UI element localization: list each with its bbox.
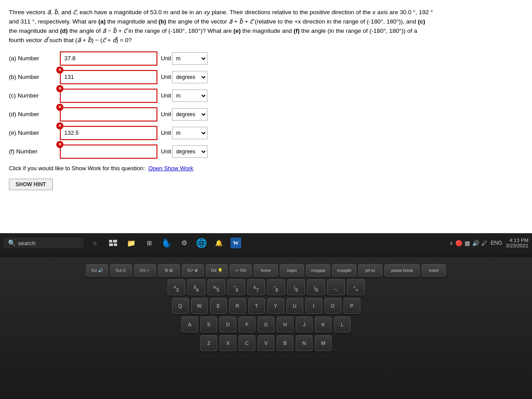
- key-0[interactable]: )0: [307, 279, 325, 295]
- network-icon[interactable]: 🔴: [455, 240, 462, 246]
- key-i[interactable]: I: [305, 298, 322, 314]
- answer-input-e[interactable]: [60, 126, 157, 140]
- key-minus[interactable]: _-: [327, 279, 345, 295]
- key-f17[interactable]: f17 🖥: [182, 264, 204, 277]
- key-k[interactable]: K: [315, 317, 332, 332]
- key-f[interactable]: F: [239, 317, 255, 332]
- chrome-browser-icon[interactable]: 🌐: [194, 236, 208, 250]
- key-q[interactable]: Q: [172, 298, 189, 314]
- windows-start-button[interactable]: ○: [87, 235, 103, 251]
- main-content-window: Three vectors a⃗, b⃗, and c⃗, each have …: [0, 0, 532, 239]
- unit-select-d[interactable]: degreesradians: [172, 108, 207, 121]
- windows-store-button[interactable]: ⊞: [141, 235, 157, 251]
- key-c[interactable]: C: [239, 335, 255, 351]
- key-6[interactable]: ^6: [227, 279, 245, 295]
- key-f15[interactable]: f15 ✓: [134, 264, 156, 277]
- key-f18[interactable]: f18 💡: [206, 264, 228, 277]
- key-p[interactable]: P: [344, 298, 360, 314]
- unit-select-b[interactable]: degreesradians: [172, 71, 207, 83]
- taskbar-search-area[interactable]: 🔍 search: [4, 238, 83, 248]
- time-display: 4:13 PM: [509, 238, 528, 243]
- key-t[interactable]: T: [248, 298, 265, 314]
- unit-select-a[interactable]: mkmcm: [172, 52, 207, 65]
- key-e[interactable]: E: [210, 298, 227, 314]
- key-f19[interactable]: ↩ f19: [230, 264, 252, 277]
- problem-line2: and 311 °, respectively. What are (a) th…: [9, 18, 425, 25]
- key-l[interactable]: L: [334, 317, 351, 332]
- svg-rect-1: [113, 240, 117, 243]
- date-display: 3/23/2021: [506, 243, 528, 248]
- answer-input-a[interactable]: [60, 51, 157, 66]
- unit-label-c: Unit: [161, 92, 171, 99]
- language-indicator[interactable]: ENG: [491, 240, 502, 246]
- notification-bell-icon[interactable]: 🔔: [211, 235, 227, 251]
- answer-input-wrapper-b: ✕: [60, 70, 157, 84]
- key-g[interactable]: G: [258, 317, 274, 332]
- key-a[interactable]: A: [181, 317, 198, 332]
- key-y[interactable]: Y: [267, 298, 284, 314]
- clock-display[interactable]: 4:13 PM 3/23/2021: [506, 238, 528, 248]
- error-indicator-c: ✕: [56, 85, 63, 92]
- key-3[interactable]: #3: [168, 279, 185, 295]
- answer-input-d[interactable]: [60, 107, 157, 121]
- task-view-button[interactable]: [105, 235, 121, 251]
- file-explorer-button[interactable]: 📁: [123, 235, 139, 251]
- key-inppo[interactable]: inppo: [280, 264, 304, 277]
- unit-select-e[interactable]: mkmcm: [172, 127, 207, 139]
- key-8[interactable]: *8: [267, 279, 285, 295]
- wifi-icon[interactable]: ▩: [465, 240, 470, 246]
- answer-input-c[interactable]: [60, 89, 157, 103]
- key-w[interactable]: W: [191, 298, 208, 314]
- unit-select-c[interactable]: mkmcm: [172, 90, 207, 102]
- key-v[interactable]: V: [258, 335, 274, 351]
- key-pause-break[interactable]: pause break: [384, 264, 420, 277]
- key-7[interactable]: &7: [247, 279, 265, 295]
- taskbar: 🔍 search ○ 📁 ⊞ ⚙ 🌐 🔔: [0, 233, 532, 253]
- key-pgup[interactable]: m1pgup: [306, 264, 330, 277]
- key-j[interactable]: J: [296, 317, 313, 332]
- key-o[interactable]: O: [325, 298, 341, 314]
- key-f14[interactable]: f14 ☑: [110, 264, 132, 277]
- key-insert[interactable]: insert: [422, 264, 446, 277]
- problem-statement: Three vectors a⃗, b⃗, and c⃗, each have …: [9, 8, 523, 45]
- unit-wrapper-e: Unitmkmcm: [161, 127, 207, 139]
- key-5[interactable]: %5: [207, 279, 225, 295]
- unit-wrapper-b: Unitdegreesradians: [161, 71, 207, 83]
- qwerty-row: Q W E R T Y U I O P: [9, 298, 523, 314]
- key-4[interactable]: $4: [188, 279, 205, 295]
- answer-rows: (a) NumberUnitmkmcm(b) Number✕Unitdegree…: [9, 51, 523, 159]
- word-app-icon[interactable]: W: [229, 236, 243, 250]
- unit-label-b: Unit: [161, 74, 171, 80]
- key-home[interactable]: home: [254, 264, 278, 277]
- open-show-work-link[interactable]: Open Show Work: [148, 165, 193, 172]
- key-x[interactable]: X: [219, 335, 236, 351]
- show-hint-button[interactable]: SHOW HINT: [9, 179, 53, 190]
- key-9[interactable]: (9: [287, 279, 305, 295]
- key-pgdn[interactable]: m1pgdn: [332, 264, 356, 277]
- key-n[interactable]: N: [296, 335, 313, 351]
- problem-intro: Three vectors a⃗, b⃗,: [9, 9, 61, 16]
- speaker-icon[interactable]: 🔊: [472, 240, 479, 246]
- key-f16[interactable]: f6 ⊞: [158, 264, 180, 277]
- answer-input-wrapper-d: ✕: [60, 107, 157, 121]
- key-d[interactable]: D: [219, 317, 236, 332]
- key-s[interactable]: S: [200, 317, 217, 332]
- key-r[interactable]: R: [229, 298, 246, 314]
- key-f13[interactable]: f13 🔊: [86, 264, 108, 277]
- settings-gear-icon[interactable]: ⚙: [176, 235, 192, 251]
- key-u[interactable]: U: [286, 298, 303, 314]
- unit-select-f[interactable]: degreesradians: [172, 145, 207, 158]
- key-m[interactable]: M: [315, 335, 332, 351]
- key-b[interactable]: B: [277, 335, 293, 351]
- chevron-up-icon[interactable]: ∧: [450, 240, 453, 246]
- pen-sync-icon[interactable]: 🖊: [481, 240, 487, 246]
- key-h[interactable]: H: [277, 317, 293, 332]
- answer-input-b[interactable]: [60, 70, 157, 84]
- answer-input-f[interactable]: [60, 145, 157, 159]
- answer-row-d: (d) Number✕Unitdegreesradians: [9, 107, 523, 121]
- edge-browser-icon[interactable]: [160, 236, 174, 250]
- key-z[interactable]: Z: [200, 335, 217, 351]
- problem-and: and: [61, 9, 73, 16]
- key-prtsc[interactable]: prt sc: [358, 264, 383, 277]
- key-equals[interactable]: +=: [347, 279, 365, 295]
